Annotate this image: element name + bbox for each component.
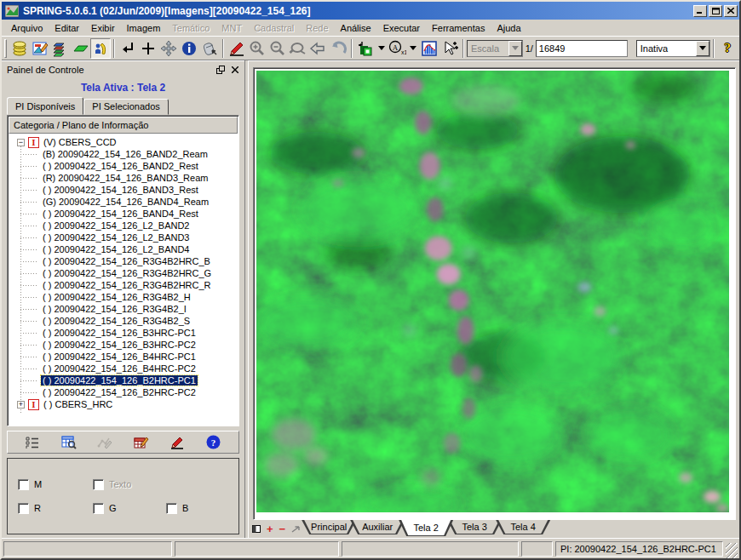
layers-icon[interactable] [50,38,71,59]
tree-item[interactable]: ( ) 20090422_154_126_R3G4B2HRC_G [8,267,238,279]
checkbox-m[interactable]: M [18,474,93,494]
menu-item-exibir[interactable]: Exibir [85,20,121,36]
tree-item[interactable]: ( ) 20090422_154_126_L2_BAND4 [8,243,238,255]
tree-item-label[interactable]: (B) 20090422_154_126_BAND2_Ream [41,149,210,159]
panel-help-icon[interactable]: ? [203,433,225,452]
close-panel-icon[interactable] [229,65,241,76]
tree-item-label[interactable]: ( ) 20090422_154_126_R3G4B2_I [41,304,188,314]
title-bar[interactable]: SPRING-5.0.6.1 (02/Jun/2009)[Imagens][20… [2,2,739,20]
tree-item[interactable]: ( ) 20090422_154_126_R3G4B2_H [8,291,238,303]
tree-item-label[interactable]: ( ) 20090422_154_126_R3G4B2HRC_B [41,256,212,266]
tree-item[interactable]: ( ) 20090422_154_126_BAND2_Rest [8,160,238,172]
tree-item-label[interactable]: ( ) CBERS_HRC [42,399,114,409]
tree-item-label[interactable]: ( ) 20090422_154_126_R3G4B2_S [41,316,192,326]
tree-item[interactable]: −I(V) CBERS_CCD [8,136,238,148]
tree-item[interactable]: (G) 20090422_154_126_BAND4_Ream [8,196,238,208]
tree-item-label[interactable]: ( ) 20090422_154_126_B3HRC-PC1 [41,328,198,338]
tree-item-label[interactable]: ( ) 20090422_154_126_R3G4B2HRC_R [41,280,213,290]
tree-item-label[interactable]: ( ) 20090422_154_126_L2_BAND4 [41,244,191,254]
zoom-in-icon[interactable] [246,38,267,59]
tree-item[interactable]: ( ) 20090422_154_126_B3HRC-PC1 [8,327,238,339]
legend-list-icon[interactable] [21,433,43,452]
checkbox-box[interactable] [166,503,177,514]
corner-arrow-icon[interactable] [118,38,138,59]
tree-item[interactable]: ( ) 20090422_154_126_B4HRC-PC2 [8,363,238,374]
tree-item[interactable]: (B) 20090422_154_126_BAND2_Ream [8,148,238,160]
screen-tab-tela-3[interactable]: Tela 3 [447,520,502,534]
screen-tab-principal[interactable]: Principal [302,520,356,534]
menu-item-imagem[interactable]: Imagem [121,20,167,36]
add-screen-icon[interactable]: + [267,525,273,534]
menu-item-editar[interactable]: Editar [49,20,85,36]
tree-item-label[interactable]: ( ) 20090422_154_126_B2HRC-PC2 [41,387,198,397]
expand-icon[interactable]: + [17,401,25,409]
composition-dropdown-icon[interactable] [376,38,388,59]
screen-tab-label[interactable]: Tela 4 [497,520,549,534]
table-zoom-icon[interactable] [58,433,80,452]
screen-tab-label[interactable]: Auxiliar [351,520,404,534]
select-person-icon[interactable] [90,38,111,59]
screen-tab-label[interactable]: Tela 2 [399,520,452,535]
tree-item[interactable]: ( ) 20090422_154_126_R3G4B2_S [8,315,238,327]
checkbox-b[interactable]: B [166,498,238,518]
tree-item-label[interactable]: ( ) 20090422_154_126_L2_BAND2 [41,220,191,231]
remove-screen-icon[interactable]: − [279,525,286,534]
tree-item[interactable]: (R) 20090422_154_126_BAND3_Ream [8,172,238,184]
toolbar-handle[interactable] [4,39,7,58]
zoom-out-icon[interactable] [267,38,287,59]
menu-item-executar[interactable]: Executar [377,20,426,36]
graph-edit-icon[interactable] [94,433,116,452]
close-button[interactable] [724,5,738,17]
tree-item[interactable]: ( ) 20090422_154_126_B2HRC-PC1 [8,374,238,386]
histogram-icon[interactable] [419,38,439,59]
back-arrow-icon[interactable] [307,38,328,59]
tree-item-label[interactable]: ( ) 20090422_154_126_BAND2_Rest [41,161,200,171]
tree-item-label[interactable]: ( ) 20090422_154_126_B4HRC-PC2 [41,363,198,374]
composition-icon[interactable] [355,38,376,59]
eraser-pencil-icon[interactable] [166,433,188,452]
minimize-button[interactable] [693,5,707,17]
checkbox-box[interactable] [18,479,29,490]
tree-item[interactable]: ( ) 20090422_154_126_L2_BAND2 [8,220,238,231]
satellite-image[interactable] [256,71,729,512]
undo-icon[interactable] [328,38,348,59]
scale-input[interactable] [536,40,628,57]
tree-item[interactable]: +I( ) CBERS_HRC [8,398,238,410]
edit-pencil-icon[interactable] [227,38,247,59]
tree-item[interactable]: ( ) 20090422_154_126_BAND3_Rest [8,184,238,196]
screen-tab-tela-4[interactable]: Tela 4 [496,520,550,534]
window-box-icon[interactable] [252,524,261,534]
tree-item-label[interactable]: ( ) 20090422_154_126_R3G4B2HRC_G [41,268,213,278]
tree-item-label[interactable]: ( ) 20090422_154_126_L2_BAND3 [41,232,191,243]
checkbox-g[interactable]: G [93,498,166,518]
checkbox-r[interactable]: R [18,498,93,518]
tree-item[interactable]: ( ) 20090422_154_126_B3HRC-PC2 [8,339,238,351]
table-edit-icon[interactable] [130,433,152,452]
menu-item-ferramentas[interactable]: Ferramentas [426,20,491,36]
menu-item-ajuda[interactable]: Ajuda [491,20,526,36]
tree-item[interactable]: ( ) 20090422_154_126_B4HRC-PC1 [8,351,238,363]
screen-tab-label[interactable]: Principal [302,520,355,534]
tree-item[interactable]: ( ) 20090422_154_126_R3G4B2_I [8,303,238,315]
tree-item[interactable]: ( ) 20090422_154_126_L2_BAND3 [8,231,238,243]
collapse-icon[interactable]: − [17,139,25,146]
tree-item-label[interactable]: ( ) 20090422_154_126_BAND4_Rest [41,209,200,219]
checkbox-box[interactable] [18,503,29,514]
scale-dropdown-icon[interactable] [407,38,419,59]
tree-item-label[interactable]: (R) 20090422_154_126_BAND3_Ream [41,173,210,183]
scale-1x-icon[interactable]: Ax1 [388,38,408,59]
menu-item-analise[interactable]: Análise [335,20,377,36]
tree-item-label[interactable]: ( ) 20090422_154_126_B3HRC-PC2 [41,340,198,350]
help-icon[interactable]: ? [717,38,738,59]
screen-tab-tela-2[interactable]: Tela 2 [399,520,453,536]
plane-icon[interactable] [71,38,91,59]
mode-combo-arrow[interactable] [696,41,709,56]
screen-tab-label[interactable]: Tela 3 [448,520,501,534]
tree-header[interactable]: Categoria / Plano de Informação [9,117,238,134]
zoom-window-icon[interactable] [287,38,307,59]
tree-item[interactable]: ( ) 20090422_154_126_BAND4_Rest [8,208,238,220]
screen-tab-auxiliar[interactable]: Auxiliar [350,520,405,534]
tree-item-label[interactable]: (V) CBERS_CCD [42,137,118,147]
checkbox-box[interactable] [93,503,104,514]
mode-combo[interactable]: Inativa [636,40,711,57]
